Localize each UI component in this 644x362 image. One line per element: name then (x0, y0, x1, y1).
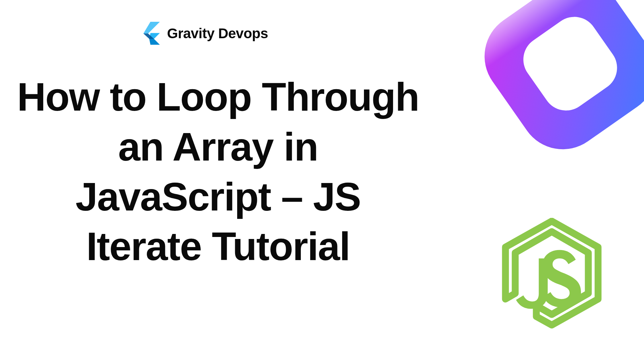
ring3d-decorative-icon (453, 0, 644, 181)
svg-rect-3 (453, 0, 644, 181)
page-title: How to Loop Through an Array in JavaScri… (17, 72, 419, 272)
chevron-logo-icon (138, 22, 161, 45)
brand-row: Gravity Devops (138, 22, 268, 45)
nodejs-icon (500, 218, 604, 335)
svg-marker-6 (144, 22, 160, 34)
svg-marker-8 (149, 39, 160, 45)
brand-name: Gravity Devops (167, 25, 268, 42)
svg-rect-4 (453, 0, 644, 181)
svg-rect-5 (468, 0, 631, 106)
